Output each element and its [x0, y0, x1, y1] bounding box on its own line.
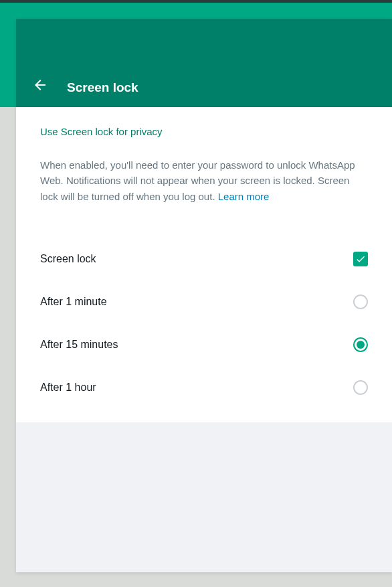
- radio-1hour[interactable]: [353, 380, 368, 395]
- content: Use Screen lock for privacy When enabled…: [16, 107, 392, 422]
- back-button[interactable]: [32, 77, 48, 93]
- screen-lock-toggle-row: Screen lock: [40, 238, 368, 280]
- description-body: When enabled, you'll need to enter your …: [40, 159, 355, 202]
- header: Screen lock: [16, 19, 392, 107]
- radio-15min[interactable]: [353, 337, 368, 352]
- option-label: After 15 minutes: [40, 339, 118, 351]
- screen-lock-checkbox[interactable]: [353, 252, 368, 266]
- learn-more-link[interactable]: Learn more: [218, 191, 270, 202]
- option-label: After 1 minute: [40, 296, 107, 308]
- radio-1min[interactable]: [353, 295, 368, 309]
- option-row-1min[interactable]: After 1 minute: [40, 280, 368, 323]
- settings-panel: Screen lock Use Screen lock for privacy …: [16, 19, 392, 572]
- option-label: After 1 hour: [40, 382, 96, 394]
- description-text: When enabled, you'll need to enter your …: [40, 157, 368, 204]
- option-row-1hour[interactable]: After 1 hour: [40, 366, 368, 409]
- empty-area: [16, 422, 392, 572]
- page-title: Screen lock: [67, 80, 138, 95]
- option-row-15min[interactable]: After 15 minutes: [40, 323, 368, 366]
- check-icon: [355, 254, 366, 264]
- arrow-left-icon: [32, 77, 48, 93]
- section-heading: Use Screen lock for privacy: [40, 126, 368, 137]
- toggle-label: Screen lock: [40, 253, 96, 265]
